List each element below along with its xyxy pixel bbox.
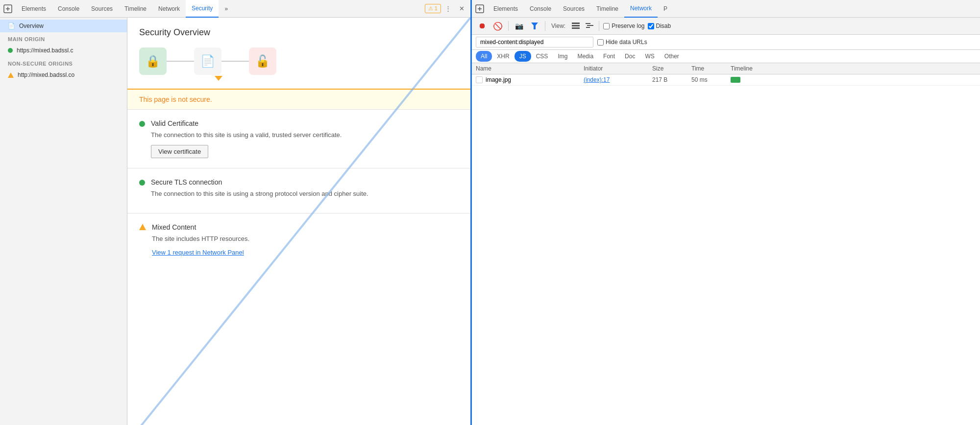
security-title: Security Overview xyxy=(139,27,459,38)
view-requests-link[interactable]: View 1 request in Network Panel xyxy=(152,249,244,256)
svg-rect-6 xyxy=(572,27,580,29)
svg-rect-7 xyxy=(586,23,590,24)
not-secure-banner: This page is not secure. xyxy=(127,89,470,109)
security-sidebar: 📄 Overview Main Origin https://mixed.bad… xyxy=(0,18,127,425)
right-tab-bar: Elements Console Sources Timeline Networ… xyxy=(472,0,980,18)
valid-certificate-section: Valid Certificate The connection to this… xyxy=(127,109,470,168)
view-certificate-button[interactable]: View certificate xyxy=(151,145,208,158)
type-filter-font[interactable]: Font xyxy=(598,51,620,62)
td-timeline xyxy=(731,77,976,83)
network-table: Name Initiator Size Time Timeline image.… xyxy=(472,63,980,425)
secure-lock-icon: 🔒 xyxy=(139,47,167,75)
warning-arrow xyxy=(215,76,459,81)
td-name: image.jpg xyxy=(476,76,584,83)
toolbar-divider-1 xyxy=(508,21,509,31)
connector-line-1 xyxy=(167,61,194,62)
camera-button[interactable]: 📷 xyxy=(513,20,525,32)
type-filter-doc[interactable]: Doc xyxy=(620,51,640,62)
devtools-logo-icon xyxy=(2,3,14,15)
type-filter-css[interactable]: CSS xyxy=(531,51,553,62)
tab-timeline[interactable]: Timeline xyxy=(119,0,152,18)
svg-rect-5 xyxy=(572,25,580,26)
td-initiator[interactable]: (index):17 xyxy=(584,76,652,83)
hide-data-urls-row: Hide data URLs xyxy=(597,39,647,46)
connector-line-2 xyxy=(221,61,249,62)
file-name: image.jpg xyxy=(486,76,511,83)
stop-button[interactable]: 🚫 xyxy=(491,20,504,32)
disable-cache-label: Disab xyxy=(656,23,671,29)
preserve-log-checkbox[interactable] xyxy=(603,23,610,29)
th-time: Time xyxy=(691,65,731,72)
warning-badge: ⚠ 1 xyxy=(425,4,441,13)
filter-bar: Hide data URLs xyxy=(472,35,980,50)
tls-dot-icon xyxy=(139,180,145,186)
right-tab-network[interactable]: Network xyxy=(624,0,658,18)
tab-sources[interactable]: Sources xyxy=(85,0,119,18)
valid-cert-dot-icon xyxy=(139,121,145,127)
hide-data-urls-checkbox[interactable] xyxy=(597,39,604,46)
th-size: Size xyxy=(652,65,691,72)
view-label: View: xyxy=(551,23,565,29)
disable-cache-checkbox[interactable] xyxy=(648,23,654,29)
left-devtools-panel: Elements Console Sources Timeline Networ… xyxy=(0,0,470,425)
svg-rect-8 xyxy=(587,25,593,26)
toolbar-divider-2 xyxy=(545,21,545,31)
right-tab-timeline[interactable]: Timeline xyxy=(590,0,624,18)
valid-cert-title: Valid Certificate xyxy=(151,119,459,127)
tab-security[interactable]: Security xyxy=(186,0,219,18)
sidebar-item-overview[interactable]: 📄 Overview xyxy=(0,20,127,32)
waterfall-view-button[interactable] xyxy=(584,21,595,31)
type-filter-js[interactable]: JS xyxy=(514,51,531,62)
type-filter-bar: All XHR JS CSS Img Media Font Doc WS Oth… xyxy=(472,50,980,63)
toolbar-divider-3 xyxy=(599,21,599,31)
preserve-log-label: Preserve log xyxy=(612,23,644,29)
overview-icon: 📄 xyxy=(8,23,15,29)
hide-data-urls-label: Hide data URLs xyxy=(606,39,647,46)
tab-elements[interactable]: Elements xyxy=(16,0,52,18)
preserve-log-row: Preserve log xyxy=(603,23,644,29)
type-filter-xhr[interactable]: XHR xyxy=(492,51,514,62)
tab-console[interactable]: Console xyxy=(52,0,85,18)
right-tab-p[interactable]: P xyxy=(658,0,673,18)
right-tab-console[interactable]: Console xyxy=(524,0,557,18)
svg-marker-3 xyxy=(531,23,538,29)
type-filter-ws[interactable]: WS xyxy=(640,51,659,62)
td-size: 217 B xyxy=(652,76,691,83)
warning-triangle-icon xyxy=(8,72,14,78)
right-devtools-panel: Elements Console Sources Timeline Networ… xyxy=(470,0,980,425)
security-main-panel: Security Overview 🔒 📄 🔓 This page is not… xyxy=(127,18,470,425)
table-row[interactable]: image.jpg (index):17 217 B 50 ms xyxy=(472,74,980,86)
type-filter-img[interactable]: Img xyxy=(553,51,572,62)
mixed-content-section: Mixed Content The site includes HTTP res… xyxy=(127,213,470,266)
th-name: Name xyxy=(476,65,584,72)
sidebar-overview-label: Overview xyxy=(19,23,44,29)
sidebar-item-non-secure[interactable]: http://mixed.badssl.co xyxy=(0,69,127,81)
mixed-content-desc: The site includes HTTP resources. xyxy=(152,234,459,244)
green-dot-icon xyxy=(8,48,13,53)
main-origin-url: https://mixed.badssl.c xyxy=(17,47,73,54)
network-filter-input[interactable] xyxy=(476,37,593,47)
right-tab-elements[interactable]: Elements xyxy=(488,0,524,18)
timeline-bar xyxy=(731,77,740,83)
sidebar-item-main-origin[interactable]: https://mixed.badssl.c xyxy=(0,44,127,57)
type-filter-other[interactable]: Other xyxy=(660,51,684,62)
mixed-content-title: Mixed Content xyxy=(152,223,459,231)
row-checkbox xyxy=(476,76,483,83)
record-button[interactable]: ⏺ xyxy=(476,20,489,32)
more-options-button[interactable]: ⋮ xyxy=(441,2,455,16)
tls-title: Secure TLS connection xyxy=(151,178,459,186)
tab-network[interactable]: Network xyxy=(152,0,186,18)
left-devtools-content: 📄 Overview Main Origin https://mixed.bad… xyxy=(0,18,470,425)
non-secure-origins-section-label: Non-Secure Origins xyxy=(0,57,127,69)
right-tab-sources[interactable]: Sources xyxy=(557,0,590,18)
close-devtools-button[interactable]: ✕ xyxy=(455,2,468,16)
list-view-button[interactable] xyxy=(570,21,581,31)
type-filter-media[interactable]: Media xyxy=(572,51,598,62)
tab-more[interactable]: » xyxy=(219,0,234,18)
right-devtools-logo-icon xyxy=(474,3,486,15)
left-tab-bar: Elements Console Sources Timeline Networ… xyxy=(0,0,470,18)
td-time: 50 ms xyxy=(691,76,731,83)
type-filter-all[interactable]: All xyxy=(476,51,492,62)
filter-button[interactable] xyxy=(528,20,541,32)
mixed-content-warning-icon xyxy=(139,224,146,230)
